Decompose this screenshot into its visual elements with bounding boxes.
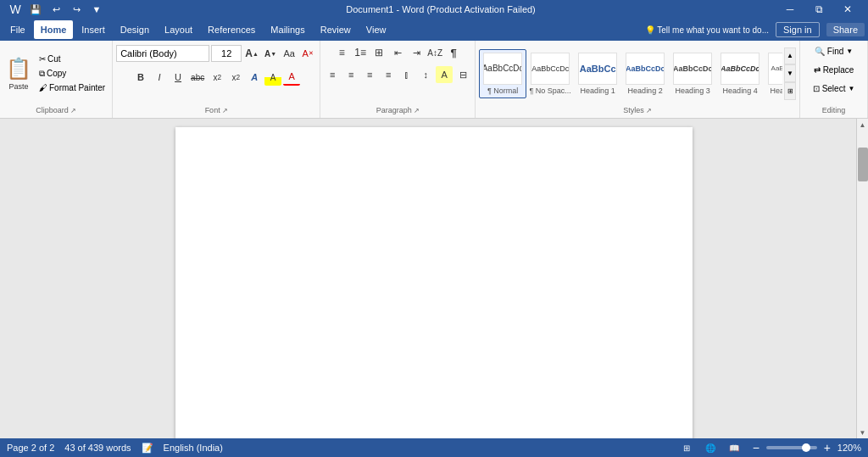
menu-references[interactable]: References [201,20,262,39]
scroll-down-arrow[interactable]: ▼ [857,426,869,438]
increase-indent-button[interactable]: ⇥ [408,44,425,61]
save-button[interactable]: 💾 [27,0,44,19]
menu-view[interactable]: View [359,20,393,39]
font-label: Font ↗ [116,104,316,116]
minimize-button[interactable]: ─ [776,0,804,19]
paragraph-content: ≡ 1≡ ⊞ ⇤ ⇥ A↕Z ¶ ≡ ≡ ≡ ≡ ⫿ ↕ A ⊟ [324,42,471,104]
language[interactable]: English (India) [164,443,223,453]
menu-design[interactable]: Design [114,20,156,39]
document-page[interactable] [175,127,693,438]
styles-expand-icon[interactable]: ↗ [646,107,652,114]
style-heading2[interactable]: AaBbCcDc Heading 2 [621,49,669,98]
italic-button[interactable]: I [151,69,168,86]
superscript-button[interactable]: x2 [227,69,244,86]
scroll-up-arrow[interactable]: ▲ [857,119,869,131]
align-center-button[interactable]: ≡ [342,66,359,83]
menu-insert[interactable]: Insert [75,20,112,39]
menu-mailings[interactable]: Mailings [264,20,311,39]
styles-scroll-down-button[interactable]: ▼ [784,64,796,82]
style-heading5[interactable]: AaBbCcDc Heading 5 [764,49,782,98]
clipboard-expand-icon[interactable]: ↗ [70,107,76,114]
text-effects-button[interactable]: A [246,69,263,86]
bullets-button[interactable]: ≡ [333,44,350,61]
undo-button[interactable]: ↩ [47,0,64,19]
zoom-percent[interactable]: 120% [837,443,861,453]
styles-more-button[interactable]: ⊞ [784,82,796,100]
font-color-button[interactable]: A [283,69,300,86]
font-content: A▲ A▼ Aa A✕ B I U abc x2 x2 A A A [116,42,316,104]
redo-button[interactable]: ↪ [68,0,85,19]
numbering-button[interactable]: 1≡ [352,44,369,61]
cut-button[interactable]: ✂ Cut [36,53,108,66]
share-button[interactable]: Share [826,23,865,36]
shading-button[interactable]: A [436,66,453,83]
styles-scroll-up-button[interactable]: ▲ [784,47,796,65]
style-heading1[interactable]: AaBbCc Heading 1 [574,49,621,98]
styles-gallery: AaBbCcDc ¶ Normal AaBbCcDc ¶ No Spac... [479,42,782,104]
font-size-input[interactable] [211,45,242,62]
bold-button[interactable]: B [132,69,149,86]
menu-home[interactable]: Home [34,20,74,39]
strikethrough-button[interactable]: abc [188,69,207,86]
style-heading5-preview: AaBbCcDc [768,53,782,85]
cut-label: Cut [47,54,61,64]
style-no-spacing[interactable]: AaBbCcDc ¶ No Spac... [526,49,574,98]
select-button[interactable]: ⊡ Select ▼ [810,80,859,97]
underline-button[interactable]: U [170,69,186,86]
clear-formatting-button[interactable]: A✕ [299,45,316,62]
border-button[interactable]: ⊟ [454,66,471,83]
format-painter-label: Format Painter [49,83,105,92]
vertical-scrollbar[interactable]: ▲ ▼ [856,119,868,438]
paragraph-expand-icon[interactable]: ↗ [414,107,420,114]
format-painter-button[interactable]: 🖌 Format Painter [36,81,108,95]
text-highlight-button[interactable]: A [264,69,281,86]
menu-file[interactable]: File [3,20,32,39]
restore-button[interactable]: ⧉ [805,0,832,19]
font-shrink-button[interactable]: A▼ [262,45,279,62]
font-name-input[interactable] [116,45,209,62]
paste-button[interactable]: 📋 Paste [3,52,34,96]
scrollbar-thumb[interactable] [858,148,868,181]
zoom-slider-thumb[interactable] [802,443,810,452]
multilevel-list-button[interactable]: ⊞ [370,44,387,61]
subscript-button[interactable]: x2 [209,69,225,86]
format-painter-icon: 🖌 [39,83,47,92]
zoom-slider[interactable] [766,446,817,449]
word-icon: W [7,0,24,19]
sort-button[interactable]: A↕Z [426,44,443,61]
tell-me-input[interactable]: Tell me what you want to do... [657,25,769,35]
quick-access-toolbar: W 💾 ↩ ↪ ▼ [7,0,105,19]
justify-button[interactable]: ≡ [380,66,397,83]
align-left-button[interactable]: ≡ [324,66,341,83]
qat-more-button[interactable]: ▼ [88,0,105,19]
font-expand-icon[interactable]: ↗ [222,107,228,114]
read-mode-button[interactable]: 📖 [726,441,743,454]
window-title: Document1 - Word (Product Activation Fai… [105,4,776,14]
style-heading4-preview: AaBbCcDc [721,53,760,85]
style-heading4[interactable]: AaBbCcDc Heading 4 [716,49,764,98]
editing-label: Editing [804,104,864,116]
line-spacing-button[interactable]: ↕ [417,66,434,83]
align-right-button[interactable]: ≡ [361,66,378,83]
replace-button[interactable]: ⇄ Replace [810,61,858,78]
show-hide-button[interactable]: ¶ [445,44,462,61]
zoom-in-button[interactable]: + [821,441,834,454]
close-button[interactable]: ✕ [834,0,861,19]
sign-in-button[interactable]: Sign in [776,22,820,37]
menu-layout[interactable]: Layout [158,20,199,39]
style-heading3[interactable]: AaBbCcDc Heading 3 [669,49,716,98]
zoom-out-button[interactable]: − [749,441,763,454]
style-normal[interactable]: AaBbCcDc ¶ Normal [479,49,526,98]
change-case-button[interactable]: Aa [281,45,298,62]
proofing-icon: 📝 [142,443,153,454]
menu-review[interactable]: Review [314,20,358,39]
column-button[interactable]: ⫿ [398,66,415,83]
print-layout-view-button[interactable]: ⊞ [678,441,695,454]
styles-group: AaBbCcDc ¶ Normal AaBbCcDc ¶ No Spac... [476,41,800,118]
font-grow-button[interactable]: A▲ [243,45,260,62]
clipboard-group: 📋 Paste ✂ Cut ⧉ Copy 🖌 Format Painter [0,41,113,118]
decrease-indent-button[interactable]: ⇤ [389,44,406,61]
find-button[interactable]: 🔍 Find ▼ [811,42,856,59]
web-layout-view-button[interactable]: 🌐 [702,441,719,454]
copy-button[interactable]: ⧉ Copy [36,67,108,81]
